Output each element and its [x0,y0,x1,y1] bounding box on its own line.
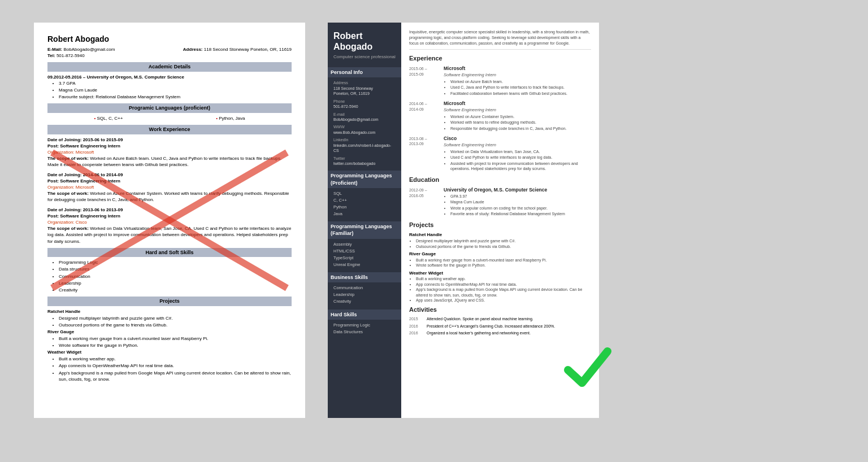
work-entry-2: Date of Joining: 2013-06 to 2013-09 Post… [47,207,292,245]
skill-cpp: C, C++ [333,198,396,203]
project-0-bullets: Designed multiplayer labyrinth and puzzl… [47,315,292,328]
skill-sql: SQL [333,191,396,197]
soft-skills-list: Programming Logic Data structures Commun… [47,259,292,293]
edu-0-bullets: GPA 3.97 Magna Cum Laude Wrote a popular… [444,194,591,217]
education-title: Education [409,176,591,184]
exp-date-1: 2014-06 –2014-09 [409,101,440,132]
skill-assembly: Assembly [333,242,396,247]
skill-java: Java [333,211,396,217]
project-2: Weather Widget Built a working weather a… [47,349,292,382]
right-project-2-bullets: Built a working weather app. App connect… [409,276,591,303]
hard-skill-0: Programming Logic [333,322,396,328]
left-email: E-Mail: BobAbogado@gmail.com Tel: 501-87… [47,46,115,59]
phone-value: 501-872-5940 [333,104,396,109]
exp-entry-2: 2013-08 –2013-09 Cisco Software Engineer… [409,136,591,172]
activity-1: 2016 President of C++'s Arcangel's Gamin… [409,324,591,329]
exp-entry-0: 2015-06 –2015-09 Microsoft Software Engi… [409,66,591,97]
exp-content-2: Cisco Software Engineering Intern Worked… [444,136,591,172]
exp-content-1: Microsoft Software Engineering Intern Wo… [444,101,591,132]
work-header: Work Experience [47,125,292,134]
exp-date-2: 2013-08 –2013-09 [409,136,440,172]
linkedin-value: linkedin.com/in/robert-l-abogado-CS [333,143,396,154]
projects-header: Projects [47,297,292,306]
exp-0-bullets: Worked on Azure Batch team. Used C, Java… [444,79,591,96]
right-sidebar: Robert Abogado Computer science professi… [328,23,401,418]
right-project-1: River Gauge Built a working river gauge … [409,251,591,268]
prog-proficient-label: Programming Languages (Proficient) [328,171,401,188]
linkedin-label: LinkedIn [333,137,396,142]
resume-right: Robert Abogado Computer science professi… [328,23,599,418]
page-wrapper: Robert Abogado E-Mail: BobAbogado@gmail.… [0,0,868,462]
www-label: WWW [333,124,396,129]
left-name: Robert Abogado [47,34,292,45]
edu-entry-0: 2012-09 –2016-05 University of Oregon, M… [409,187,591,217]
skill-python: Python [333,204,396,210]
academic-bullets: 3.7 GPA Magna Cum Laude Favourite subjec… [47,80,292,101]
right-project-0-bullets: Designed multiplayer labyrinth and puzzl… [409,238,591,249]
address-value: 118 Second StonewayPoneton, OR, 11619 [333,86,396,97]
edu-content-0: University of Oregon, M.S. Computer Scie… [444,187,591,217]
business-skills-label: Business Skills [328,272,401,282]
exp-entry-1: 2014-06 –2014-09 Microsoft Software Engi… [409,101,591,132]
twitter-label: Twitter [333,156,396,161]
academic-entry: 09.2012-05.2016 – University of Oregon, … [47,74,292,101]
resume-left: Robert Abogado E-Mail: BobAbogado@gmail.… [34,23,305,418]
academic-header: Academic Details [47,62,292,72]
right-project-0: Ratchet Handle Designed multiplayer laby… [409,232,591,249]
skills-left: • SQL, C, C++ [94,115,123,121]
work-entry-0: Date of Joining: 2015-06 to 2015-09 Post… [47,137,292,168]
exp-content-0: Microsoft Software Engineering Intern Wo… [444,66,591,97]
right-main: Inquisitive, energetic computer science … [401,23,599,418]
twitter-value: twitter.com/bobabogado [333,161,396,166]
email-value: BobAbogado@gmail.com [333,117,396,122]
project-1: River Gauge Built a working river gauge … [47,329,292,348]
address-label: Address [333,80,396,85]
project-0: Ratchet Handle Designed multiplayer laby… [47,308,292,328]
hard-skills-label: Hard Skills [328,310,401,320]
left-address: Address: 118 Second Stoneway Poneton, OR… [183,46,292,59]
email-label: E-mail [333,112,396,117]
summary: Inquisitive, energetic computer science … [409,29,591,50]
skill-unreal: Unreal Engine [333,262,396,268]
skill-html: HTML/CSS [333,249,396,254]
exp-1-bullets: Worked on Azure Container System. Worked… [444,114,591,131]
project-1-bullets: Built a working river gauge from a culve… [47,335,292,348]
exp-2-bullets: Worked on Data Virtualization team, San … [444,149,591,172]
activity-2: 2016 Organized a local hacker's gatherin… [409,330,591,335]
prog-familiar-label: Programming Languages (Familiar) [328,221,401,238]
left-contact-row: E-Mail: BobAbogado@gmail.com Tel: 501-87… [47,46,292,59]
personal-info-label: Personal Info [328,67,401,77]
right-project-1-bullets: Built a working river gauge from a culve… [409,258,591,268]
hard-skill-1: Data Structures [333,329,396,335]
right-name: Robert Abogado [333,30,396,52]
work-entry-1: Date of Joining: 2014-06 to 2014-09 Post… [47,172,292,203]
skills-right: • Python, Java [216,115,245,121]
right-project-2: Weather Widget Built a working weather a… [409,271,591,303]
activity-0: 2015 Attended Qualckon. Spoke on panel a… [409,316,591,321]
skills-row: • SQL, C, C++ • Python, Java [47,115,292,121]
biz-skill-2: Creativity [333,299,396,304]
projects-title: Projects [409,221,591,229]
right-title: Computer science professional [333,54,396,60]
skill-ts: TypeScript [333,255,396,261]
experience-title: Experience [409,54,591,63]
edu-date-0: 2012-09 –2016-05 [409,187,440,217]
phone-label: Phone [333,99,396,104]
www-value: www.Bob.Abogado.com [333,130,396,135]
activities-title: Activities [409,306,591,314]
project-2-bullets: Built a working weather app. App connect… [47,356,292,382]
biz-skill-0: Communication [333,285,396,291]
skills-header: Hard and Soft Skills [47,248,292,258]
prog-header: Programic Languages (proficient) [47,103,292,113]
exp-date-0: 2015-06 –2015-09 [409,66,440,97]
biz-skill-1: Leadership [333,292,396,298]
